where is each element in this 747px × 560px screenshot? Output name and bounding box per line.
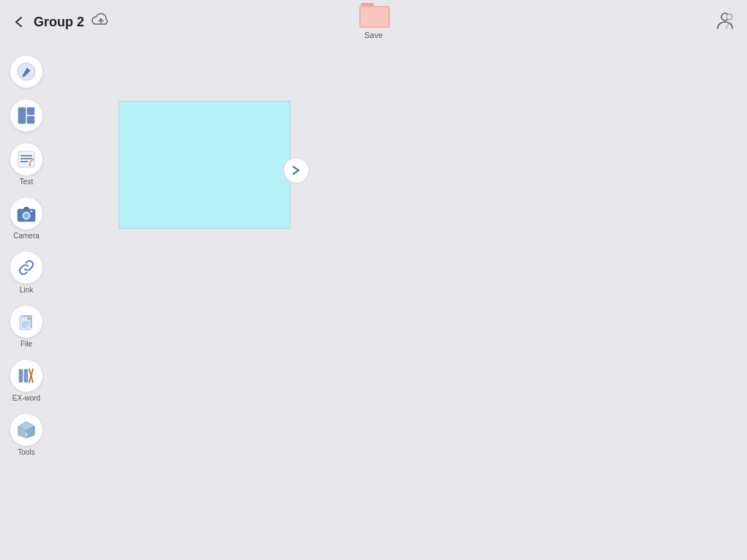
camera-icon [17, 204, 36, 223]
back-arrow-icon [12, 15, 26, 29]
user-icon-svg [715, 11, 735, 30]
sidebar-item-file[interactable]: File [7, 301, 45, 352]
text-tool-label: Text [20, 178, 33, 186]
text-icon [17, 150, 36, 169]
layout-icon [17, 106, 36, 125]
svg-point-19 [24, 213, 29, 218]
sidebar-item-tools[interactable]: Tools [7, 409, 45, 461]
header-left: Group 2 [12, 12, 110, 32]
sidebar-item-pen[interactable] [7, 51, 45, 92]
tools-icon [17, 420, 36, 439]
file-tool-icon-wrap [10, 306, 42, 338]
cloud-upload-icon[interactable] [91, 12, 110, 32]
sidebar-item-text[interactable]: Text [7, 139, 45, 190]
sidebar-item-exword[interactable]: EX-word [7, 355, 45, 406]
save-area: Save [359, 0, 388, 39]
pen-icon [17, 62, 36, 81]
exword-tool-label: EX-word [12, 394, 40, 402]
file-icon [17, 312, 36, 331]
tools-tool-icon-wrap [10, 414, 42, 446]
exword-icon [17, 366, 36, 385]
svg-rect-28 [19, 369, 23, 382]
arrow-right-icon [290, 164, 302, 176]
file-tool-label: File [20, 340, 32, 348]
layout-tool-icon-wrap [10, 99, 42, 132]
svg-point-20 [31, 211, 33, 213]
content-card[interactable] [119, 101, 290, 229]
tools-tool-label: Tools [18, 448, 34, 456]
svg-point-5 [727, 14, 732, 20]
sidebar-item-layout[interactable] [7, 95, 45, 136]
cloud-icon-svg [91, 12, 110, 28]
text-tool-icon-wrap [10, 143, 42, 175]
back-button[interactable] [12, 15, 26, 29]
link-tool-label: Link [20, 286, 33, 294]
pen-tool-icon-wrap [10, 56, 42, 88]
svg-rect-11 [18, 151, 34, 167]
sidebar: Text Camera Link [0, 44, 53, 560]
link-icon [17, 258, 36, 277]
sidebar-item-link[interactable]: Link [7, 247, 45, 298]
svg-rect-10 [27, 116, 34, 124]
svg-rect-3 [361, 7, 388, 26]
svg-rect-9 [27, 107, 34, 115]
exword-tool-icon-wrap [10, 360, 42, 392]
save-button[interactable] [359, 3, 388, 29]
svg-rect-8 [18, 107, 26, 124]
user-icon[interactable] [715, 11, 735, 33]
page-title: Group 2 [34, 15, 84, 30]
save-folder-icon-svg [359, 3, 390, 31]
next-arrow-button[interactable] [283, 157, 309, 183]
camera-tool-icon-wrap [10, 197, 42, 230]
camera-tool-label: Camera [13, 232, 40, 240]
canvas-area [53, 44, 747, 560]
sidebar-item-camera[interactable]: Camera [7, 193, 45, 244]
header: Group 2 Save [0, 0, 747, 44]
svg-rect-29 [24, 369, 28, 382]
link-tool-icon-wrap [10, 251, 42, 284]
